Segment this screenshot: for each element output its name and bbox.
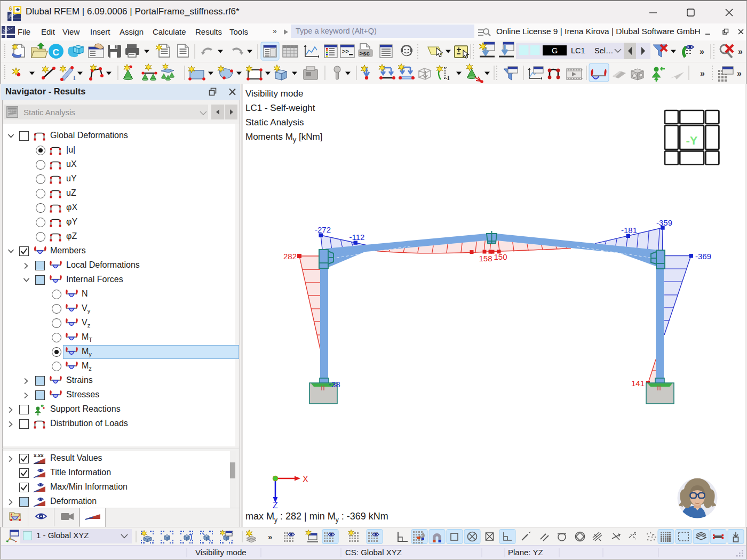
svg-text:»: » <box>737 69 742 78</box>
svg-text:C: C <box>53 47 59 58</box>
svg-text:-112: -112 <box>349 233 365 242</box>
svg-text:6: 6 <box>9 6 12 12</box>
svg-text:I: I <box>73 74 76 82</box>
svg-text:141: 141 <box>631 379 645 388</box>
svg-text:>>: >> <box>342 49 349 55</box>
svg-text:LC1: LC1 <box>571 46 585 55</box>
svg-text:-Y: -Y <box>686 134 698 147</box>
svg-text:-359: -359 <box>656 218 672 227</box>
svg-text:G: G <box>552 46 558 55</box>
svg-text:282: 282 <box>283 252 297 261</box>
svg-text:»: » <box>700 69 705 78</box>
svg-text:-38: -38 <box>329 380 340 389</box>
svg-text:»: » <box>738 47 743 56</box>
svg-text:-272: -272 <box>315 225 331 234</box>
svg-text:»: » <box>700 47 704 56</box>
svg-text:I: I <box>447 74 450 82</box>
svg-text:-181: -181 <box>621 226 637 235</box>
svg-text:X: X <box>303 475 308 484</box>
svg-text:Z: Z <box>273 501 278 510</box>
svg-text:150: 150 <box>494 252 507 261</box>
svg-text:x.xx: x.xx <box>34 452 44 458</box>
svg-text:>sc: >sc <box>360 50 370 57</box>
svg-text:Sel…: Sel… <box>594 46 613 55</box>
svg-text:»: » <box>268 532 272 541</box>
svg-text:-369: -369 <box>695 252 711 261</box>
svg-text:158: 158 <box>479 254 492 263</box>
